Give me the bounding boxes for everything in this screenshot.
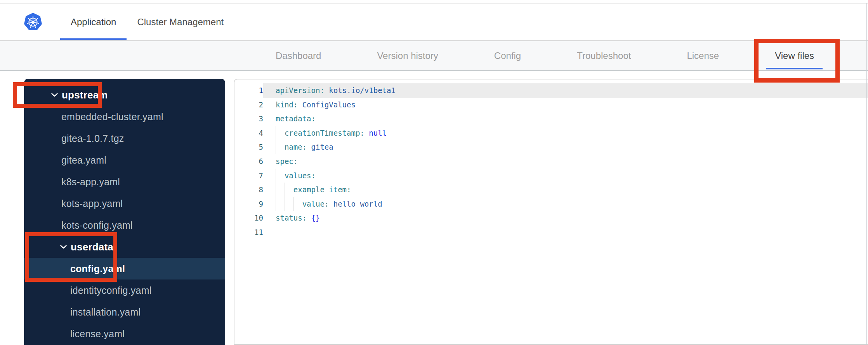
yaml-value: {} <box>311 214 320 222</box>
indent-guide <box>276 140 285 154</box>
indent-guide <box>285 197 293 211</box>
subnav-tab-version-history[interactable]: Version history <box>368 41 446 70</box>
subnav-tab-view-files[interactable]: View files <box>766 41 823 70</box>
line-number: 8 <box>234 183 263 197</box>
tree-file-gitea-yaml[interactable]: gitea.yaml <box>24 149 225 171</box>
tree-file-installation-yaml[interactable]: installation.yaml <box>24 301 225 323</box>
subnav-tab-label: Config <box>494 50 521 61</box>
chevron-down-icon <box>51 93 58 97</box>
code-line-7: 7values: <box>234 169 868 183</box>
tree-item-label: gitea.yaml <box>61 155 106 166</box>
code-line-11: 11 <box>234 225 868 240</box>
tree-folder-userdata[interactable]: userdata <box>24 236 225 258</box>
yaml-value: hello world <box>333 200 382 208</box>
indent-guide <box>276 183 285 197</box>
line-number: 2 <box>234 98 263 112</box>
line-number: 3 <box>234 112 263 126</box>
tree-item-label: kots-app.yaml <box>61 198 123 209</box>
tab-cluster-management[interactable]: Cluster Management <box>127 3 234 40</box>
yaml-value: gitea <box>311 143 333 151</box>
tree-item-label: gitea-1.0.7.tgz <box>61 133 124 144</box>
code-line-10: 10status: {} <box>234 211 868 225</box>
code-content: example_item: <box>263 183 868 197</box>
indent-guide <box>276 197 285 211</box>
code-content: spec: <box>263 154 868 169</box>
tree-item-label: k8s-app.yaml <box>61 176 120 188</box>
subnav-tab-label: Dashboard <box>276 50 321 61</box>
subnav-tab-dashboard[interactable]: Dashboard <box>267 41 330 70</box>
tab-application[interactable]: Application <box>60 3 127 40</box>
yaml-key: creationTimestamp: <box>285 129 365 137</box>
code-line-9: 9value: hello world <box>234 197 868 211</box>
tree-item-label: installation.yaml <box>70 307 141 318</box>
indent-guide <box>276 169 285 183</box>
code-line-4: 4creationTimestamp: null <box>234 126 868 140</box>
yaml-key: example_item: <box>293 185 351 194</box>
yaml-value: kots.io/v1beta1 <box>329 86 396 95</box>
file-tree-sidebar: upstreamembedded-cluster.yamlgitea-1.0.7… <box>24 79 225 345</box>
code-line-1: 1apiVersion: kots.io/v1beta1 <box>234 83 868 98</box>
yaml-key: name: <box>285 143 307 151</box>
kubernetes-icon <box>24 12 42 32</box>
line-number: 9 <box>234 197 263 211</box>
tree-file-identityconfig-yaml[interactable]: identityconfig.yaml <box>24 279 225 301</box>
yaml-file-viewer[interactable]: 1apiVersion: kots.io/v1beta12kind: Confi… <box>234 79 868 345</box>
code-line-5: 5name: gitea <box>234 140 868 154</box>
tree-item-label: license.yaml <box>70 328 125 340</box>
right-edge-divider <box>866 3 867 345</box>
line-number: 1 <box>234 83 263 98</box>
yaml-value: ConfigValues <box>302 100 356 109</box>
subnav-tab-license[interactable]: License <box>678 41 727 70</box>
line-number: 6 <box>234 154 263 169</box>
code-line-8: 8example_item: <box>234 183 868 197</box>
tree-item-label: upstream <box>62 89 108 101</box>
code-content: status: {} <box>263 211 868 225</box>
tree-file-k8s-app-yaml[interactable]: k8s-app.yaml <box>24 171 225 193</box>
line-number: 4 <box>234 126 263 140</box>
yaml-key: apiVersion: <box>276 86 325 95</box>
yaml-key: spec: <box>276 157 298 166</box>
subnav-tab-label: License <box>687 50 719 61</box>
tree-file-kots-app-yaml[interactable]: kots-app.yaml <box>24 193 225 214</box>
code-content: kind: ConfigValues <box>263 98 868 112</box>
yaml-key: metadata: <box>276 114 316 123</box>
code-line-3: 3metadata: <box>234 112 868 126</box>
code-content <box>263 225 868 240</box>
kots-admin-console: ApplicationCluster Management DashboardV… <box>0 0 868 345</box>
tree-file-license-yaml[interactable]: license.yaml <box>24 323 225 345</box>
code-line-2: 2kind: ConfigValues <box>234 98 868 112</box>
code-content: metadata: <box>263 112 868 126</box>
subnav-tab-config[interactable]: Config <box>486 41 529 70</box>
yaml-key: value: <box>302 200 329 208</box>
app-subnav: DashboardVersion historyConfigTroublesho… <box>0 41 868 71</box>
tree-item-label: embedded-cluster.yaml <box>61 111 163 122</box>
tree-folder-upstream[interactable]: upstream <box>24 84 225 106</box>
code-content: name: gitea <box>263 140 868 154</box>
subnav-tab-label: View files <box>775 50 814 61</box>
line-number: 11 <box>234 225 263 240</box>
code-content: value: hello world <box>263 197 868 211</box>
tree-file-embedded-cluster-yaml[interactable]: embedded-cluster.yaml <box>24 106 225 128</box>
tree-item-label: identityconfig.yaml <box>70 285 151 296</box>
indent-guide <box>276 126 285 140</box>
line-number: 7 <box>234 169 263 183</box>
subnav-tab-troubleshoot[interactable]: Troubleshoot <box>568 41 639 70</box>
tree-file-kots-config-yaml[interactable]: kots-config.yaml <box>24 214 225 236</box>
tree-file-gitea-1-0-7-tgz[interactable]: gitea-1.0.7.tgz <box>24 128 225 149</box>
indent-guide <box>285 183 293 197</box>
code-content: values: <box>263 169 868 183</box>
code-content: creationTimestamp: null <box>263 126 868 140</box>
yaml-key: kind: <box>276 100 298 109</box>
indent-guide <box>293 197 302 211</box>
yaml-value: null <box>369 129 387 137</box>
tab-label: Cluster Management <box>137 17 224 28</box>
tree-file-config-yaml[interactable]: config.yaml <box>24 258 225 279</box>
tree-item-label: kots-config.yaml <box>61 220 133 231</box>
app-header: ApplicationCluster Management <box>0 3 868 41</box>
yaml-key: status: <box>276 214 307 222</box>
subnav-tab-label: Troubleshoot <box>577 50 631 61</box>
tree-item-label: config.yaml <box>70 263 125 274</box>
line-number: 5 <box>234 140 263 154</box>
header-tabs: ApplicationCluster Management <box>60 3 234 40</box>
tree-item-label: userdata <box>71 241 113 253</box>
